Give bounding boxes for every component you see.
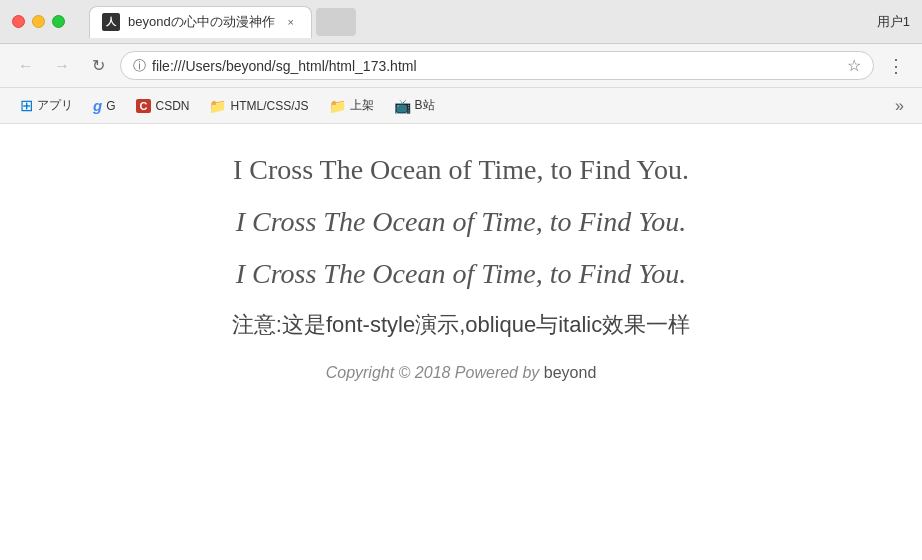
user-label: 用户1 (877, 13, 910, 31)
apps-icon: ⊞ (20, 96, 33, 115)
bookmark-htmlcssjs-label: HTML/CSS/JS (230, 99, 308, 113)
text-line-italic: I Cross The Ocean of Time, to Find You. (236, 206, 687, 238)
minimize-button[interactable] (32, 15, 45, 28)
bookmark-csdn[interactable]: C CSDN (128, 95, 198, 117)
close-button[interactable] (12, 15, 25, 28)
address-info-icon: ⓘ (133, 57, 146, 75)
tab-close-button[interactable]: × (283, 14, 299, 30)
active-tab[interactable]: 人 beyondの心中の动漫神作 × (89, 6, 312, 38)
tab-favicon: 人 (102, 13, 120, 31)
text-line-normal: I Cross The Ocean of Time, to Find You. (233, 154, 689, 186)
bookmark-star-icon[interactable]: ☆ (847, 56, 861, 75)
bookmarks-more-button[interactable]: » (889, 93, 910, 119)
bookmark-shangja-label: 上架 (350, 97, 374, 114)
address-bar[interactable]: ⓘ file:///Users/beyond/sg_html/html_173.… (120, 51, 874, 80)
window-controls (12, 15, 65, 28)
new-tab-area (316, 8, 356, 36)
copyright-author: beyond (544, 364, 597, 381)
bookmark-google[interactable]: g G (85, 93, 124, 118)
back-button[interactable]: ← (12, 52, 40, 80)
reload-button[interactable]: ↻ (84, 52, 112, 80)
google-icon: g (93, 97, 102, 114)
bookmark-htmlcssjs[interactable]: 📁 HTML/CSS/JS (201, 94, 316, 118)
copyright-line: Copyright © 2018 Powered by beyond (326, 364, 597, 382)
address-text: file:///Users/beyond/sg_html/html_173.ht… (152, 58, 841, 74)
title-bar: 人 beyondの心中の动漫神作 × 用户1 (0, 0, 922, 44)
bookmark-bilibili[interactable]: 📺 B站 (386, 93, 443, 118)
nav-bar: ← → ↻ ⓘ file:///Users/beyond/sg_html/htm… (0, 44, 922, 88)
copyright-italic-text: Copyright © 2018 Powered by (326, 364, 540, 381)
page-content: I Cross The Ocean of Time, to Find You. … (0, 124, 922, 412)
bookmark-shangja[interactable]: 📁 上架 (321, 93, 382, 118)
tab-bar: 人 beyondの心中の动漫神作 × (89, 6, 869, 38)
bookmark-apps[interactable]: ⊞ アプリ (12, 92, 81, 119)
tab-title: beyondの心中の动漫神作 (128, 13, 275, 31)
bookmark-csdn-label: CSDN (155, 99, 189, 113)
more-options-button[interactable]: ⋮ (882, 52, 910, 80)
folder-icon-2: 📁 (329, 98, 346, 114)
bilibili-icon: 📺 (394, 98, 411, 114)
forward-button[interactable]: → (48, 52, 76, 80)
folder-icon-1: 📁 (209, 98, 226, 114)
bookmarks-bar: ⊞ アプリ g G C CSDN 📁 HTML/CSS/JS 📁 上架 📺 B站… (0, 88, 922, 124)
bookmark-google-label: G (106, 99, 115, 113)
bookmark-bilibili-label: B站 (415, 97, 435, 114)
bookmark-apps-label: アプリ (37, 97, 73, 114)
maximize-button[interactable] (52, 15, 65, 28)
text-line-oblique: I Cross The Ocean of Time, to Find You. (236, 258, 687, 290)
notice-text: 注意:这是font-style演示,oblique与italic效果一样 (232, 310, 690, 340)
csdn-icon: C (136, 99, 152, 113)
